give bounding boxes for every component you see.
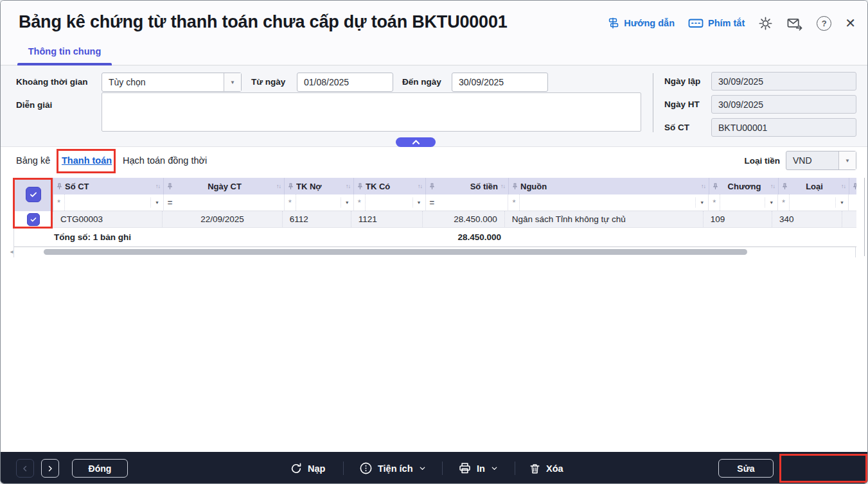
tab-thong-tin-chung[interactable]: Thông tin chung bbox=[17, 43, 112, 63]
scroll-left-icon[interactable]: ◄ bbox=[9, 249, 14, 255]
column-header-tk-no[interactable]: TK Nợ ↑↓ bbox=[285, 178, 354, 194]
help-icon[interactable]: ? bbox=[817, 16, 831, 31]
cell-ngay-ct[interactable]: 22/09/2025 bbox=[163, 211, 282, 228]
from-date-input[interactable]: 01/08/2025 bbox=[297, 73, 393, 92]
column-header-ngay-ct[interactable]: Ngày CT ↑↓ bbox=[164, 178, 285, 194]
sort-icon[interactable]: ↑↓ bbox=[770, 183, 775, 189]
column-header-partial bbox=[849, 178, 856, 194]
sort-icon[interactable]: ↑↓ bbox=[155, 183, 160, 189]
to-date-label: Đến ngày bbox=[402, 77, 441, 87]
select-all-cell bbox=[14, 178, 53, 211]
filter-dropdown-icon[interactable]: ▼ bbox=[412, 198, 421, 207]
subtab-bang-ke[interactable]: Bảng kê bbox=[16, 155, 50, 166]
pin-icon[interactable] bbox=[782, 183, 788, 190]
guide-link[interactable]: Hướng dẫn bbox=[607, 17, 675, 30]
total-amount: 28.450.000 bbox=[426, 232, 509, 242]
chevron-down-icon bbox=[418, 464, 427, 472]
print-button[interactable]: In bbox=[458, 452, 499, 484]
bottom-toolbar: Đóng Nạp Tiện ích In Xóa Sửa Thanh toán bbox=[1, 452, 867, 484]
created-date-input[interactable]: 30/09/2025 bbox=[711, 72, 856, 91]
filter-tk-no[interactable]: * ▼ bbox=[285, 194, 354, 211]
description-label: Diễn giải bbox=[16, 100, 52, 110]
sort-icon[interactable]: ↑↓ bbox=[418, 183, 422, 189]
column-header-chuong[interactable]: Chương ↑↓ bbox=[709, 178, 779, 194]
edit-button[interactable]: Sửa bbox=[718, 459, 774, 478]
refresh-icon bbox=[290, 462, 303, 475]
row-checkbox[interactable] bbox=[27, 213, 40, 226]
pin-icon[interactable] bbox=[429, 183, 435, 190]
chevron-down-icon bbox=[490, 464, 499, 472]
column-header-so-ct[interactable]: Số CT ↑↓ bbox=[53, 178, 164, 194]
currency-select[interactable]: VND ▼ bbox=[786, 151, 856, 170]
sort-icon[interactable]: ↑↓ bbox=[841, 183, 846, 189]
cell-so-tien[interactable]: 28.450.000 bbox=[423, 211, 505, 228]
subtab-thanh-toan[interactable]: Thanh toán bbox=[62, 155, 112, 166]
chevron-down-icon[interactable]: ▼ bbox=[838, 151, 856, 169]
filter-dropdown-icon[interactable]: ▼ bbox=[150, 198, 159, 207]
delete-button[interactable]: Xóa bbox=[529, 452, 563, 484]
collapse-form-button[interactable] bbox=[396, 137, 436, 147]
app-window: Bảng kê chứng từ thanh toán chưa cấp dự … bbox=[0, 0, 868, 484]
filter-ngay-ct[interactable]: = bbox=[164, 194, 285, 211]
utilities-button[interactable]: Tiện ích bbox=[359, 452, 427, 484]
period-label: Khoảng thời gian bbox=[16, 77, 88, 87]
settings-gear-icon[interactable] bbox=[758, 16, 773, 31]
filter-loai[interactable]: * ▼ bbox=[778, 194, 849, 211]
sort-icon[interactable]: ↑↓ bbox=[500, 183, 505, 189]
shortcuts-link[interactable]: Phím tắt bbox=[688, 17, 745, 30]
sort-icon[interactable]: ↑↓ bbox=[346, 183, 350, 189]
cell-nguon[interactable]: Ngân sách Tỉnh không tự chủ bbox=[505, 211, 704, 228]
cell-loai[interactable]: 340 bbox=[772, 211, 842, 228]
table-row[interactable]: CTG00003 22/09/2025 6112 1121 28.450.000… bbox=[53, 211, 856, 228]
cell-tk-no[interactable]: 6112 bbox=[283, 211, 351, 228]
check-icon bbox=[30, 216, 37, 223]
subtab-hach-toan-dong-thoi[interactable]: Hạch toán đồng thời bbox=[123, 155, 207, 166]
column-header-loai[interactable]: Loại ↑↓ bbox=[779, 178, 849, 194]
check-icon bbox=[29, 190, 38, 199]
column-header-tk-co[interactable]: TK Có ↑↓ bbox=[354, 178, 426, 194]
cell-chuong[interactable]: 109 bbox=[704, 211, 772, 228]
pin-icon[interactable] bbox=[713, 183, 718, 190]
close-button[interactable]: Đóng bbox=[72, 459, 128, 478]
filter-chuong[interactable]: * ▼ bbox=[709, 194, 778, 211]
ellipsis-circle-icon bbox=[359, 462, 373, 475]
payment-table: Số CT ↑↓ Ngày CT ↑↓ TK Nợ ↑↓ TK Có ↑↓ bbox=[13, 178, 856, 257]
select-all-checkbox[interactable] bbox=[26, 187, 41, 202]
cell-so-ct[interactable]: CTG00003 bbox=[53, 211, 163, 228]
column-header-so-tien[interactable]: Số tiền ↑↓ bbox=[426, 178, 509, 194]
doc-no-input[interactable]: BKTU00001 bbox=[711, 118, 856, 137]
filter-nguon[interactable]: * ▼ bbox=[508, 194, 709, 211]
horizontal-scrollbar[interactable]: ◄ bbox=[14, 247, 856, 257]
filter-tk-co[interactable]: * ▼ bbox=[354, 194, 426, 211]
total-records-label: Tổng số: 1 bản ghi bbox=[54, 232, 131, 242]
refresh-button[interactable]: Nạp bbox=[290, 452, 325, 484]
filter-so-ct[interactable]: * ▼ bbox=[53, 194, 164, 211]
sort-icon[interactable]: ↑↓ bbox=[276, 183, 281, 189]
prev-record-button[interactable] bbox=[16, 459, 34, 478]
filter-dropdown-icon[interactable]: ▼ bbox=[835, 198, 844, 207]
send-mail-icon[interactable] bbox=[786, 16, 803, 31]
filter-so-tien[interactable]: = bbox=[426, 194, 509, 211]
posted-date-input[interactable]: 30/09/2025 bbox=[711, 95, 856, 114]
pin-icon[interactable] bbox=[512, 183, 518, 190]
pin-icon[interactable] bbox=[57, 183, 62, 190]
pin-icon[interactable] bbox=[357, 183, 363, 190]
next-record-button[interactable] bbox=[41, 459, 59, 478]
scrollbar-thumb[interactable] bbox=[44, 249, 747, 255]
sort-icon[interactable]: ↑↓ bbox=[701, 183, 705, 189]
printer-icon bbox=[458, 462, 472, 475]
close-icon[interactable]: ✕ bbox=[845, 17, 856, 30]
period-select[interactable]: Tùy chọn ▼ bbox=[102, 73, 242, 92]
chevron-down-icon[interactable]: ▼ bbox=[224, 73, 241, 91]
guide-label: Hướng dẫn bbox=[624, 18, 675, 28]
filter-dropdown-icon[interactable]: ▼ bbox=[765, 198, 774, 207]
filter-dropdown-icon[interactable]: ▼ bbox=[695, 198, 704, 207]
pin-icon[interactable] bbox=[167, 183, 173, 190]
to-date-input[interactable]: 30/09/2025 bbox=[452, 73, 548, 92]
filter-dropdown-icon[interactable]: ▼ bbox=[341, 198, 350, 207]
description-textarea[interactable] bbox=[102, 92, 641, 132]
cell-tk-co[interactable]: 1121 bbox=[351, 211, 423, 228]
column-header-nguon[interactable]: Nguồn ↑↓ bbox=[509, 178, 709, 194]
table-columns: Số CT ↑↓ Ngày CT ↑↓ TK Nợ ↑↓ TK Có ↑↓ bbox=[53, 178, 856, 228]
pin-icon[interactable] bbox=[288, 183, 294, 190]
